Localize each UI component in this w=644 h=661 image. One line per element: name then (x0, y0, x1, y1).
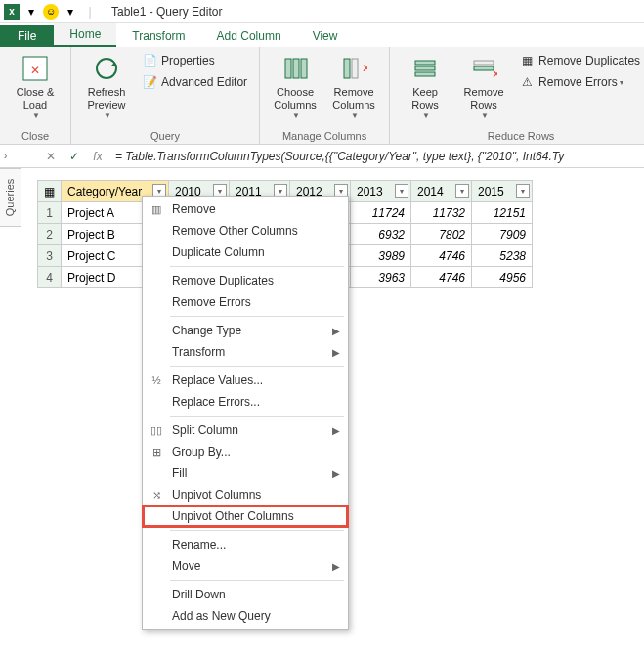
tab-home[interactable]: Home (54, 23, 116, 47)
svg-rect-11 (415, 66, 435, 70)
menu-separator (170, 366, 344, 367)
qat-separator: | (81, 3, 99, 21)
col-header-2015[interactable]: 2015▾ (472, 181, 533, 202)
menu-label: Replace Values... (172, 374, 263, 387)
col-header-2013[interactable]: 2013▾ (351, 181, 411, 202)
menu-drill-down[interactable]: Drill Down (143, 584, 348, 605)
row-number[interactable]: 3 (38, 245, 62, 267)
cell[interactable]: 4746 (411, 245, 472, 267)
remove-errors-icon: ⚠ (519, 74, 535, 90)
filter-icon[interactable]: ▾ (395, 184, 408, 198)
remove-duplicates-icon: ▦ (519, 53, 535, 68)
col-header-label: 2014 (417, 185, 444, 198)
close-load-icon: ✕ (20, 53, 51, 84)
col-header-label: 2015 (478, 185, 504, 198)
cell[interactable]: 4746 (411, 267, 472, 288)
menu-rename[interactable]: Rename... (143, 534, 348, 555)
refresh-icon (91, 53, 122, 84)
menu-remove[interactable]: ▥Remove (143, 198, 348, 220)
svg-rect-10 (415, 61, 435, 65)
keep-rows-icon (409, 53, 441, 84)
menu-move[interactable]: Move▶ (143, 555, 348, 577)
split-column-icon: ▯▯ (149, 422, 164, 438)
menu-group-by[interactable]: ⊞Group By... (143, 441, 348, 463)
submenu-arrow-icon: ▶ (332, 326, 340, 336)
keep-rows-button[interactable]: KeepRows ▼ (398, 51, 452, 122)
row-number[interactable]: 2 (38, 224, 62, 245)
properties-button[interactable]: 📄Properties (138, 51, 251, 70)
menu-transform[interactable]: Transform▶ (143, 341, 348, 363)
cell[interactable]: 4956 (472, 267, 533, 288)
menu-change-type[interactable]: Change Type▶ (143, 320, 348, 341)
cell[interactable]: 11732 (411, 202, 472, 224)
group-query-label: Query (79, 128, 251, 142)
menu-remove-duplicates[interactable]: Remove Duplicates (143, 270, 348, 291)
remove-rows-button[interactable]: ✕ RemoveRows ▼ (456, 51, 511, 122)
menu-label: Add as New Query (172, 609, 271, 623)
menu-replace-values[interactable]: ½Replace Values... (143, 370, 348, 391)
filter-icon[interactable]: ▾ (455, 184, 469, 198)
menu-split-column[interactable]: ▯▯Split Column▶ (143, 419, 348, 441)
menu-unpivot-other-columns[interactable]: Unpivot Other Columns (143, 506, 348, 527)
tab-file[interactable]: File (0, 25, 54, 47)
choose-columns-label: ChooseColumns (274, 86, 316, 111)
cell[interactable]: 3989 (351, 245, 411, 267)
menu-replace-errors[interactable]: Replace Errors... (143, 391, 348, 413)
cell[interactable]: 3963 (351, 267, 411, 288)
chevron-down-icon: ▼ (292, 111, 300, 120)
queries-pane-tab[interactable]: Queries (0, 168, 21, 227)
fx-icon[interactable]: fx (86, 147, 109, 166)
menu-remove-other-columns[interactable]: Remove Other Columns (143, 220, 348, 242)
menu-label: Remove (172, 202, 216, 216)
menu-add-as-new-query[interactable]: Add as New Query (143, 605, 348, 627)
svg-text:✕: ✕ (362, 62, 367, 75)
qat-dropdown-2-icon[interactable]: ▾ (62, 3, 79, 21)
cell[interactable]: 11724 (351, 202, 411, 224)
remove-columns-button[interactable]: ✕ RemoveColumns ▼ (326, 51, 381, 122)
choose-columns-button[interactable]: ChooseColumns ▼ (268, 51, 322, 122)
menu-duplicate-column[interactable]: Duplicate Column (143, 242, 348, 263)
col-header-2014[interactable]: 2014▾ (411, 181, 472, 202)
title-bar: x ▾ ☺ ▾ | Table1 - Query Editor (0, 0, 644, 23)
col-header-label: Category/Year (67, 185, 142, 198)
advanced-editor-button[interactable]: 📝Advanced Editor (138, 72, 251, 92)
menu-label: Transform (172, 345, 225, 359)
cell[interactable]: 6932 (351, 224, 411, 245)
smiley-icon[interactable]: ☺ (42, 3, 60, 21)
svg-rect-13 (474, 61, 494, 65)
cell[interactable]: 7909 (472, 224, 533, 245)
submenu-arrow-icon: ▶ (332, 347, 340, 358)
group-manage-label: Manage Columns (268, 128, 381, 142)
row-number[interactable]: 1 (38, 202, 62, 224)
qat-dropdown-icon[interactable]: ▾ (22, 3, 40, 21)
cell[interactable]: 12151 (472, 202, 533, 224)
row-number[interactable]: 4 (38, 267, 62, 288)
tab-view[interactable]: View (297, 25, 354, 47)
close-load-button[interactable]: ✕ Close &Load ▼ (8, 51, 63, 122)
menu-label: Change Type (172, 324, 241, 337)
remove-errors-button[interactable]: ⚠Remove Errors▾ (515, 72, 644, 92)
svg-rect-12 (415, 72, 435, 76)
formula-cancel-button[interactable]: ✕ (39, 147, 63, 166)
menu-fill[interactable]: Fill▶ (143, 463, 348, 484)
svg-point-2 (97, 59, 116, 78)
group-query: RefreshPreview ▼ 📄Properties 📝Advanced E… (71, 47, 260, 144)
menu-label: Remove Errors (172, 295, 251, 309)
properties-icon: 📄 (142, 53, 157, 68)
menu-label: Drill Down (172, 588, 226, 601)
menu-unpivot-columns[interactable]: ⤭Unpivot Columns (143, 484, 348, 506)
formula-input[interactable] (109, 148, 644, 165)
menu-remove-errors[interactable]: Remove Errors (143, 291, 348, 313)
refresh-preview-button[interactable]: RefreshPreview ▼ (79, 51, 134, 122)
corner-cell[interactable]: ▦ (38, 181, 62, 202)
tab-transform[interactable]: Transform (116, 25, 200, 47)
cell[interactable]: 5238 (472, 245, 533, 267)
cell[interactable]: 7802 (411, 224, 472, 245)
expand-queries-icon[interactable]: › (4, 151, 7, 161)
tab-add-column[interactable]: Add Column (201, 25, 297, 47)
svg-text:✕: ✕ (30, 64, 40, 77)
filter-icon[interactable]: ▾ (516, 184, 530, 198)
remove-duplicates-button[interactable]: ▦Remove Duplicates (515, 51, 644, 70)
menu-separator (170, 530, 344, 531)
formula-accept-button[interactable]: ✓ (63, 147, 86, 166)
